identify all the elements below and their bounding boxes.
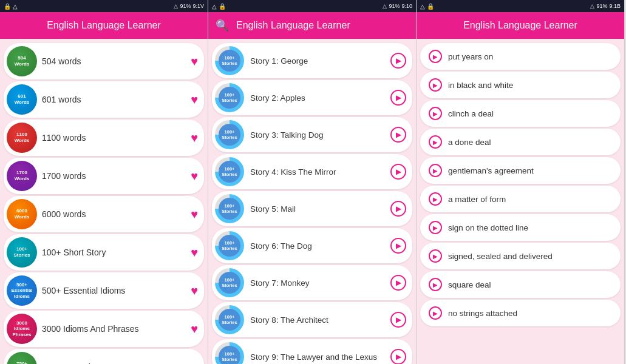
app-header-3: English Language Learner [417, 12, 624, 39]
app-title-3: English Language Learner [463, 20, 577, 31]
status-bar-3: △ 🔒 △ 91% 9:1B [417, 0, 624, 12]
phrase-list: ▶ put years on ▶ in black and white ▶ cl… [417, 39, 624, 364]
phrase-item[interactable]: ▶ signed, sealed and delivered [420, 243, 621, 269]
story-item[interactable]: 100+Stories Story 9: The Lawyer and the … [212, 339, 412, 364]
word-label: 601 words [42, 95, 191, 104]
phrase-item[interactable]: ▶ in black and white [420, 72, 621, 98]
word-circle: 500+EssentialIdioms [7, 275, 37, 306]
phrase-label: square deal [448, 280, 491, 289]
word-circle: 3000IdiomsPhrases [7, 314, 37, 344]
word-circle: 1700Words [7, 161, 37, 191]
phrase-item[interactable]: ▶ a done deal [420, 129, 621, 155]
word-item[interactable]: 1100Words 1100 words ♥ [4, 120, 204, 156]
story-label: Story 5: Mail [250, 204, 390, 214]
word-item[interactable]: 601Words 601 words ♥ [4, 81, 204, 118]
play-button[interactable]: ▶ [390, 127, 406, 143]
play-button[interactable]: ▶ [390, 349, 406, 364]
play-circle-icon[interactable]: ▶ [429, 164, 442, 177]
word-item[interactable]: 6000Words 6000 words ♥ [4, 196, 204, 232]
word-item[interactable]: 500+EssentialIdioms 500+ Essential Idiom… [4, 272, 204, 309]
play-circle-icon[interactable]: ▶ [429, 192, 442, 206]
app-header-1: English Language Learner [0, 12, 208, 39]
word-list: 504Words 504 words ♥ 601Words 601 words … [0, 39, 208, 364]
app-title-2: English Language Learner [236, 20, 350, 31]
word-item[interactable]: 1700Words 1700 words ♥ [4, 158, 204, 194]
word-circle: 1100Words [7, 123, 37, 153]
story-item[interactable]: 100+Stories Story 2: Apples ▶ [212, 80, 412, 115]
word-circle: 750+Proverbs [7, 352, 37, 364]
status-icons-right: △ 91% 9:1V [174, 3, 204, 9]
play-circle-icon[interactable]: ▶ [429, 221, 442, 234]
phrase-item[interactable]: ▶ clinch a deal [420, 100, 621, 127]
play-button[interactable]: ▶ [390, 90, 406, 106]
play-circle-icon[interactable]: ▶ [429, 50, 442, 63]
phrase-label: gentleman's agreement [448, 166, 534, 175]
play-button[interactable]: ▶ [390, 53, 406, 69]
play-button[interactable]: ▶ [390, 312, 406, 328]
play-circle-icon[interactable]: ▶ [429, 135, 442, 149]
play-button[interactable]: ▶ [390, 275, 406, 291]
play-circle-icon[interactable]: ▶ [429, 107, 442, 120]
word-circle: 504Words [7, 46, 37, 76]
phrase-item[interactable]: ▶ a matter of form [420, 186, 621, 212]
phrase-item[interactable]: ▶ no strings attached [420, 300, 621, 326]
story-label: Story 4: Kiss The Mirror [250, 167, 390, 177]
story-item[interactable]: 100+Stories Story 8: The Architect ▶ [212, 302, 412, 337]
status-icons-right-2: △ 91% 9:10 [383, 3, 412, 9]
phrase-label: sign on the dotted line [448, 223, 528, 232]
heart-icon[interactable]: ♥ [191, 169, 198, 183]
status-bar-2: △ 🔒 △ 91% 9:10 [208, 0, 416, 12]
story-circle: 100+Stories [215, 305, 244, 334]
heart-icon[interactable]: ♥ [191, 207, 198, 221]
search-header: 🔍 English Language Learner [208, 12, 416, 39]
story-item[interactable]: 100+Stories Story 3: Talking Dog ▶ [212, 117, 412, 152]
play-button[interactable]: ▶ [390, 164, 406, 180]
word-item[interactable]: 3000IdiomsPhrases 3000 Idioms And Phrase… [4, 311, 204, 347]
story-label: Story 9: The Lawyer and the Lexus [250, 352, 390, 362]
play-circle-icon[interactable]: ▶ [429, 249, 442, 263]
play-circle-icon[interactable]: ▶ [429, 278, 442, 291]
heart-icon[interactable]: ♥ [191, 360, 198, 365]
heart-icon[interactable]: ♥ [191, 284, 198, 298]
heart-icon[interactable]: ♥ [191, 55, 198, 69]
word-label: 6000 words [42, 209, 191, 219]
word-label: 100+ Short Story [42, 248, 191, 257]
phrase-label: a matter of form [448, 195, 506, 204]
play-circle-icon[interactable]: ▶ [429, 306, 442, 320]
story-label: Story 3: Talking Dog [250, 130, 390, 140]
word-item[interactable]: 750+Proverbs 750+ Proverbs ♥ [4, 349, 204, 364]
story-item[interactable]: 100+Stories Story 7: Monkey ▶ [212, 265, 412, 300]
phrase-label: put years on [448, 52, 493, 61]
panel-2: △ 🔒 △ 91% 9:10 🔍 English Language Learne… [208, 0, 417, 364]
phrase-item[interactable]: ▶ sign on the dotted line [420, 214, 621, 241]
word-label: 1100 words [42, 133, 191, 143]
heart-icon[interactable]: ♥ [191, 131, 198, 145]
status-bar-1: 🔒 △ △ 91% 9:1V [0, 0, 208, 12]
play-circle-icon[interactable]: ▶ [429, 78, 442, 92]
word-item[interactable]: 504Words 504 words ♥ [4, 43, 204, 79]
story-circle: 100+Stories [215, 231, 244, 260]
story-item[interactable]: 100+Stories Story 5: Mail ▶ [212, 191, 412, 226]
phrase-item[interactable]: ▶ square deal [420, 271, 621, 298]
story-circle: 100+Stories [215, 83, 244, 112]
heart-icon[interactable]: ♥ [191, 93, 198, 107]
phrase-item[interactable]: ▶ gentleman's agreement [420, 157, 621, 184]
story-item[interactable]: 100+Stories Story 1: George ▶ [212, 43, 412, 78]
phrase-item[interactable]: ▶ put years on [420, 43, 621, 70]
play-button[interactable]: ▶ [390, 238, 406, 254]
story-label: Story 7: Monkey [250, 278, 390, 288]
story-item[interactable]: 100+Stories Story 6: The Dog ▶ [212, 228, 412, 263]
heart-icon[interactable]: ♥ [191, 322, 198, 336]
phrase-label: no strings attached [448, 309, 517, 318]
phrase-label: a done deal [448, 138, 491, 147]
heart-icon[interactable]: ♥ [191, 246, 198, 260]
story-circle: 100+Stories [215, 268, 244, 297]
word-circle: 601Words [7, 84, 37, 115]
play-button[interactable]: ▶ [390, 201, 406, 217]
word-label: 1700 words [42, 171, 191, 181]
word-item[interactable]: 100+Stories 100+ Short Story ♥ [4, 234, 204, 271]
phrase-label: in black and white [448, 81, 513, 90]
status-icons-left: 🔒 △ [4, 3, 18, 10]
search-icon[interactable]: 🔍 [216, 19, 229, 32]
story-item[interactable]: 100+Stories Story 4: Kiss The Mirror ▶ [212, 154, 412, 189]
